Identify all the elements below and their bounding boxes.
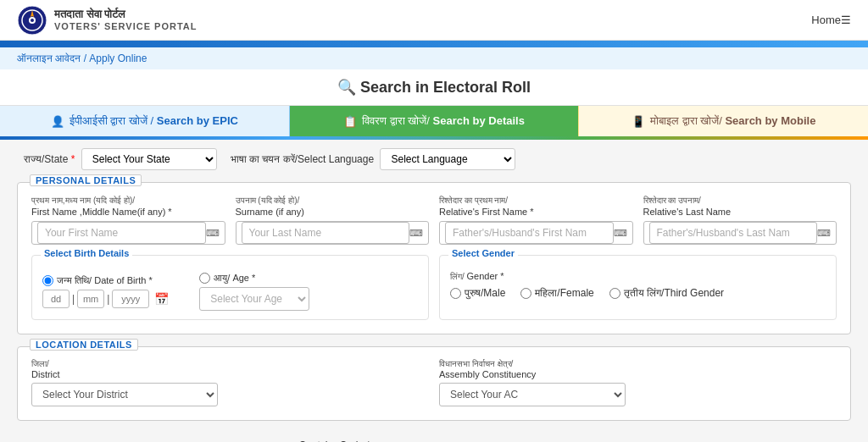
- state-group: राज्य/State * Select Your State: [24, 148, 217, 170]
- district-select[interactable]: Select Your District: [31, 383, 218, 406]
- district-label: जिला/ District: [31, 359, 429, 383]
- gender-male-radio[interactable]: [450, 288, 461, 299]
- birth-gender-row: Select Birth Details जन्म तिथि/ Date of …: [31, 255, 837, 320]
- location-row: जिला/ District Select Your District विधा…: [31, 359, 837, 406]
- keyboard-icon-4: ⌨: [817, 228, 831, 239]
- age-select[interactable]: Select Your Age: [199, 287, 309, 311]
- page-title: 🔍 Search in Electoral Roll: [17, 78, 851, 97]
- state-select[interactable]: Select Your State: [81, 148, 217, 170]
- svg-point-3: [31, 19, 34, 22]
- tab-bar: 👤 ईपीआईसी द्वारा खोजें / Search by EPIC …: [0, 106, 868, 136]
- ac-select[interactable]: Select Your AC: [439, 383, 626, 406]
- gender-section-label: Select Gender: [448, 248, 518, 258]
- eci-logo-icon: [17, 5, 47, 36]
- captcha-row: Captcha Code * yoRoo ↻ Enter Captcha *: [17, 433, 851, 442]
- breadcrumb-link[interactable]: ऑनलाइन आवेदन: [17, 52, 81, 64]
- mobile-icon: 📱: [632, 115, 645, 128]
- surname-input[interactable]: [242, 222, 410, 244]
- age-radio-item: आयु/ Age *: [199, 273, 309, 284]
- language-label: भाषा का चयन करें/Select Language: [231, 153, 377, 165]
- age-radio[interactable]: [199, 273, 210, 284]
- keyboard-icon-2: ⌨: [409, 228, 423, 239]
- relative-first-input-wrapper: ⌨: [439, 221, 633, 245]
- first-name-label: प्रथम नाम,मध्य नाम (यदि कोई हो)/ First N…: [31, 195, 225, 218]
- portal-title: मतदाता सेवा पोर्टल VOTERS' SERVICE PORTA…: [54, 8, 197, 32]
- page-title-bar: 🔍 Search in Electoral Roll: [0, 69, 868, 106]
- tab-search-details[interactable]: 📋 विवरण द्वारा खोजें/ Search by Details: [290, 106, 579, 136]
- epic-icon: 👤: [51, 115, 64, 128]
- tab-search-epic[interactable]: 👤 ईपीआईसी द्वारा खोजें / Search by EPIC: [0, 106, 290, 136]
- logo-area: मतदाता सेवा पोर्टल VOTERS' SERVICE PORTA…: [17, 5, 197, 36]
- gender-third-radio[interactable]: [609, 288, 620, 299]
- gender-third[interactable]: तृतीय लिंग/Third Gender: [609, 287, 724, 299]
- relative-last-input-wrapper: ⌨: [643, 221, 837, 245]
- keyboard-icon-3: ⌨: [614, 228, 627, 239]
- ac-label: विधानसभा निर्वाचन क्षेत्र/ Assembly Cons…: [439, 359, 837, 383]
- district-group: जिला/ District Select Your District: [31, 359, 429, 406]
- relative-first-input[interactable]: [445, 222, 614, 244]
- month-input[interactable]: [77, 290, 104, 308]
- date-inputs: | | 📅: [42, 290, 169, 308]
- state-language-row: राज्य/State * Select Your State भाषा का …: [17, 148, 851, 170]
- first-name-input-wrapper: ⌨: [31, 221, 225, 245]
- dob-group: जन्म तिथि/ Date of Birth * | | 📅: [42, 275, 169, 308]
- language-select[interactable]: Select Language: [380, 148, 515, 170]
- birth-row: जन्म तिथि/ Date of Birth * | | 📅: [42, 273, 418, 311]
- blue-banner: [0, 41, 868, 47]
- day-input[interactable]: [42, 290, 70, 308]
- age-group: आयु/ Age * Select Your Age: [199, 273, 309, 311]
- surname-input-wrapper: ⌨: [236, 221, 430, 245]
- relative-last-label: रिश्तेदार का उपनाम/ Relative's Last Name: [643, 195, 837, 218]
- relative-last-input[interactable]: [649, 222, 818, 244]
- dob-radio-item: जन्म तिथि/ Date of Birth *: [42, 275, 169, 286]
- gender-options: पुरुष/Male महिला/Female तृतीय लिंग/Third…: [450, 287, 826, 299]
- year-input[interactable]: [112, 290, 149, 308]
- details-icon: 📋: [343, 115, 357, 128]
- dob-radio[interactable]: [42, 275, 53, 286]
- location-details-label: LOCATION DETAILS: [30, 339, 138, 351]
- language-group: भाषा का चयन करें/Select Language Select …: [231, 148, 516, 170]
- first-name-group: प्रथम नाम,मध्य नाम (यदि कोई हो)/ First N…: [31, 195, 225, 245]
- calendar-icon[interactable]: 📅: [154, 292, 169, 306]
- ac-group: विधानसभा निर्वाचन क्षेत्र/ Assembly Cons…: [439, 359, 837, 406]
- surname-group: उपनाम (यदि कोई हो)/ Surname (if any) ⌨: [236, 195, 430, 245]
- first-name-input[interactable]: [37, 222, 206, 244]
- location-details-section: LOCATION DETAILS जिला/ District Select Y…: [17, 346, 851, 421]
- age-select-group: Select Your Age: [199, 287, 309, 311]
- name-fields-row: प्रथम नाम,मध्य नाम (यदि कोई हो)/ First N…: [31, 195, 837, 245]
- header: मतदाता सेवा पोर्टल VOTERS' SERVICE PORTA…: [0, 0, 868, 41]
- personal-details-section: PERSONAL DETAILS प्रथम नाम,मध्य नाम (यदि…: [17, 182, 851, 334]
- breadcrumb: ऑनलाइन आवेदन / Apply Online: [0, 47, 868, 69]
- surname-label: उपनाम (यदि कोई हो)/ Surname (if any): [236, 195, 430, 218]
- home-link[interactable]: Home☰: [811, 14, 851, 26]
- relative-last-group: रिश्तेदार का उपनाम/ Relative's Last Name…: [643, 195, 837, 245]
- gender-section: Select Gender लिंग/ Gender * पुरुष/Male: [439, 255, 837, 320]
- state-label: राज्य/State *: [24, 153, 78, 165]
- gender-female-radio[interactable]: [520, 288, 531, 299]
- personal-details-label: PERSONAL DETAILS: [30, 174, 142, 186]
- breadcrumb-separator: / Apply Online: [84, 52, 147, 64]
- gender-female[interactable]: महिला/Female: [520, 287, 593, 299]
- relative-first-group: रिश्तेदार का प्रथम नाम/ Relative's First…: [439, 195, 633, 245]
- main-content: राज्य/State * Select Your State भाषा का …: [0, 140, 868, 442]
- gender-male[interactable]: पुरुष/Male: [450, 287, 505, 299]
- keyboard-icon: ⌨: [206, 228, 220, 239]
- birth-section-title: Select Birth Details: [41, 248, 132, 258]
- birth-section: Select Birth Details जन्म तिथि/ Date of …: [31, 255, 429, 320]
- relative-first-label: रिश्तेदार का प्रथम नाम/ Relative's First…: [439, 195, 633, 218]
- tab-search-mobile[interactable]: 📱 मोबाइल द्वारा खोजें/ Search by Mobile: [578, 106, 868, 136]
